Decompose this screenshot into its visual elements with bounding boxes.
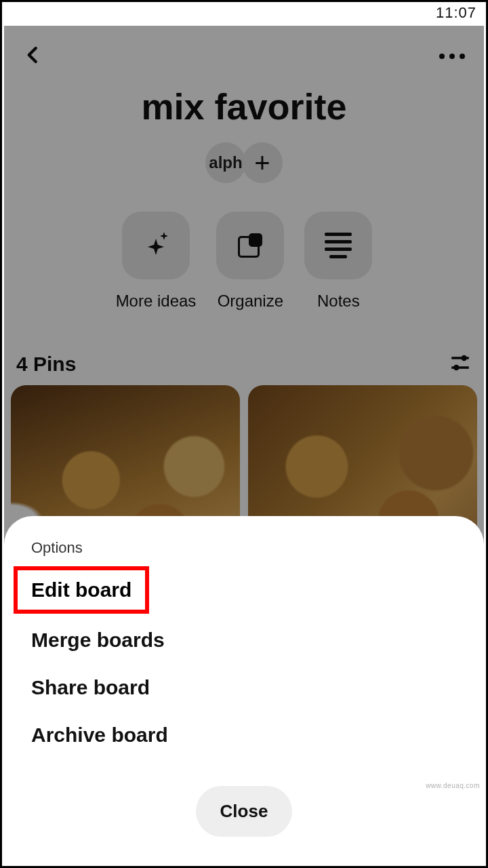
clock-text: 11:07 xyxy=(436,4,476,22)
plus-icon: + xyxy=(254,148,270,178)
more-ideas-label: More ideas xyxy=(116,292,197,311)
dot-icon xyxy=(460,54,465,59)
pins-header: 4 Pins xyxy=(4,311,484,385)
dot-icon xyxy=(439,54,445,59)
options-bottom-sheet: Options Edit board Merge boards Share bo… xyxy=(4,516,484,864)
device-frame: 11:07 mix favorite alph + More ideas xyxy=(0,0,488,868)
status-bar: 11:07 xyxy=(2,2,486,24)
archive-board-option[interactable]: Archive board xyxy=(4,711,484,759)
notes-icon xyxy=(325,233,352,258)
merge-boards-option[interactable]: Merge boards xyxy=(4,616,484,664)
more-ideas-button[interactable]: More ideas xyxy=(116,212,197,311)
add-collaborator-button[interactable]: + xyxy=(242,142,283,183)
edit-board-option[interactable]: Edit board xyxy=(31,578,131,601)
svg-point-3 xyxy=(453,365,460,371)
organize-label: Organize xyxy=(218,292,283,311)
organize-button[interactable]: Organize xyxy=(216,212,284,311)
chevron-left-icon xyxy=(23,45,43,65)
share-board-option[interactable]: Share board xyxy=(4,664,484,711)
filter-button[interactable] xyxy=(449,351,472,377)
annotation-highlight: Edit board xyxy=(14,566,149,614)
collaborator-avatar[interactable]: alph xyxy=(205,142,246,183)
sheet-heading: Options xyxy=(4,539,484,564)
more-options-button[interactable] xyxy=(439,54,465,59)
notes-button[interactable]: Notes xyxy=(304,212,372,311)
notes-label: Notes xyxy=(317,292,360,311)
organize-icon xyxy=(238,233,262,258)
back-button[interactable] xyxy=(23,45,43,68)
close-button[interactable]: Close xyxy=(196,786,293,837)
sparkle-icon xyxy=(142,232,169,259)
app-content: mix favorite alph + More ideas Organize … xyxy=(4,26,484,864)
svg-point-1 xyxy=(461,355,467,361)
watermark-text: www.deuaq.com xyxy=(426,782,480,789)
board-actions: More ideas Organize Notes xyxy=(4,212,484,311)
dot-icon xyxy=(449,54,455,59)
board-title: mix favorite xyxy=(4,85,484,127)
sliders-icon xyxy=(449,351,472,374)
top-bar xyxy=(4,26,484,80)
pin-count: 4 Pins xyxy=(16,353,76,376)
collaborators-row: alph + xyxy=(4,142,484,183)
